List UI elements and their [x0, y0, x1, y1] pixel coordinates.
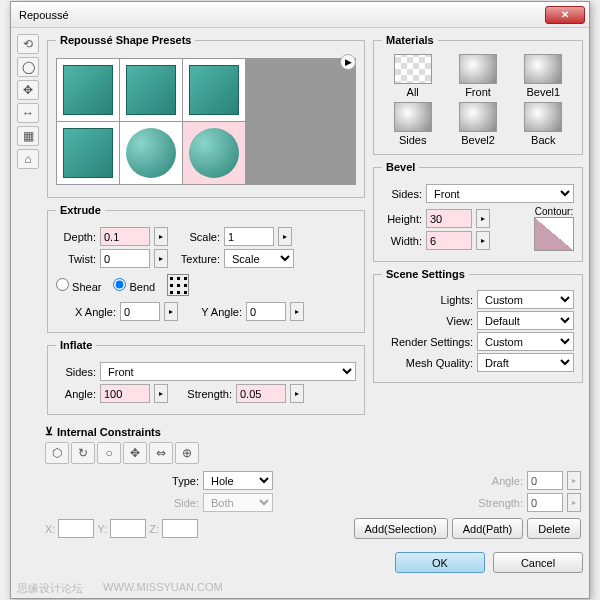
depth-label: Depth:: [56, 231, 96, 243]
presets-flyout-icon[interactable]: ▶: [340, 54, 356, 70]
ic-type-select[interactable]: Hole: [203, 471, 273, 490]
scale-tool-icon[interactable]: ▦: [17, 126, 39, 146]
presets-fieldset: Repoussé Shape Presets ▶: [47, 34, 365, 198]
inflate-legend: Inflate: [56, 339, 96, 351]
preset-item[interactable]: [120, 59, 182, 121]
ic-strength-label: Strength:: [473, 497, 523, 509]
bevel-width-stepper[interactable]: ▸: [476, 231, 490, 250]
shear-radio[interactable]: Shear: [56, 278, 101, 293]
ic-tool-1-icon[interactable]: ⬡: [45, 442, 69, 464]
contour-picker[interactable]: [534, 217, 574, 251]
ic-x-label: X:: [45, 523, 55, 535]
extrude-fieldset: Extrude Depth: ▸ Scale: ▸ Twist: ▸ Textu…: [47, 204, 365, 333]
material-bevel1[interactable]: Bevel1: [513, 54, 574, 98]
ic-z-label: Z:: [149, 523, 159, 535]
inflate-strength-label: Strength:: [172, 388, 232, 400]
ic-tool-6-icon[interactable]: ⊕: [175, 442, 199, 464]
scale-stepper[interactable]: ▸: [278, 227, 292, 246]
materials-fieldset: Materials All Front Bevel1 Sides Bevel2 …: [373, 34, 583, 155]
scale-input[interactable]: [224, 227, 274, 246]
yangle-stepper[interactable]: ▸: [290, 302, 304, 321]
preset-item-selected[interactable]: [183, 122, 245, 184]
preset-item[interactable]: [120, 122, 182, 184]
materials-legend: Materials: [382, 34, 438, 46]
ic-angle-input: [527, 471, 563, 490]
close-button[interactable]: ✕: [545, 6, 585, 24]
inflate-strength-stepper[interactable]: ▸: [290, 384, 304, 403]
bevel-width-input[interactable]: [426, 231, 472, 250]
material-sides[interactable]: Sides: [382, 102, 443, 146]
mesh-select[interactable]: Draft: [477, 353, 574, 372]
extrude-legend: Extrude: [56, 204, 105, 216]
ic-tool-5-icon[interactable]: ⇔: [149, 442, 173, 464]
xangle-label: X Angle:: [56, 306, 116, 318]
twist-input[interactable]: [100, 249, 150, 268]
bevel-sides-select[interactable]: Front: [426, 184, 574, 203]
home-tool-icon[interactable]: ⌂: [17, 149, 39, 169]
bevel-height-stepper[interactable]: ▸: [476, 209, 490, 228]
rotate-tool-icon[interactable]: ⟲: [17, 34, 39, 54]
material-all[interactable]: All: [382, 54, 443, 98]
pan-tool-icon[interactable]: ↔: [17, 103, 39, 123]
move-tool-icon[interactable]: ✥: [17, 80, 39, 100]
inflate-angle-stepper[interactable]: ▸: [154, 384, 168, 403]
ic-side-select: Both: [203, 493, 273, 512]
scene-fieldset: Scene Settings Lights:Custom View:Defaul…: [373, 268, 583, 383]
ic-angle-label: Angle:: [473, 475, 523, 487]
texture-select[interactable]: Scale: [224, 249, 294, 268]
yangle-input[interactable]: [246, 302, 286, 321]
window-title: Repoussé: [15, 9, 545, 21]
render-label: Render Settings:: [382, 336, 477, 348]
bend-radio[interactable]: Bend: [113, 278, 155, 293]
scene-legend: Scene Settings: [382, 268, 469, 280]
lights-label: Lights:: [382, 294, 477, 306]
render-select[interactable]: Custom: [477, 332, 574, 351]
watermark-right: WWW.MISSYUAN.COM: [103, 581, 223, 596]
inflate-angle-label: Angle:: [56, 388, 96, 400]
ic-tool-4-icon[interactable]: ✥: [123, 442, 147, 464]
inflate-sides-select[interactable]: Front: [100, 362, 356, 381]
xangle-input[interactable]: [120, 302, 160, 321]
watermark-left: 思缘设计论坛: [17, 581, 83, 596]
lights-select[interactable]: Custom: [477, 290, 574, 309]
ic-side-label: Side:: [165, 497, 199, 509]
ic-y-input: [110, 519, 146, 538]
presets-grid: [56, 58, 356, 185]
add-selection-button[interactable]: Add(Selection): [354, 518, 448, 539]
material-back[interactable]: Back: [513, 102, 574, 146]
yangle-label: Y Angle:: [182, 306, 242, 318]
xangle-stepper[interactable]: ▸: [164, 302, 178, 321]
titlebar: Repoussé ✕: [11, 2, 589, 28]
inflate-strength-input[interactable]: [236, 384, 286, 403]
add-path-button[interactable]: Add(Path): [452, 518, 524, 539]
depth-input[interactable]: [100, 227, 150, 246]
view-select[interactable]: Default: [477, 311, 574, 330]
twist-stepper[interactable]: ▸: [154, 249, 168, 268]
bevel-width-label: Width:: [382, 235, 422, 247]
ic-angle-stepper: ▸: [567, 471, 581, 490]
depth-stepper[interactable]: ▸: [154, 227, 168, 246]
tool-column: ⟲ ◯ ✥ ↔ ▦ ⌂: [17, 34, 41, 415]
delete-button[interactable]: Delete: [527, 518, 581, 539]
inflate-angle-input[interactable]: [100, 384, 150, 403]
bevel-height-input[interactable]: [426, 209, 472, 228]
ic-tool-2-icon[interactable]: ↻: [71, 442, 95, 464]
ic-tool-3-icon[interactable]: ○: [97, 442, 121, 464]
ic-z-input: [162, 519, 198, 538]
bevel-sides-label: Sides:: [382, 188, 422, 200]
pattern-icon[interactable]: [167, 274, 189, 296]
cancel-button[interactable]: Cancel: [493, 552, 583, 573]
contour-label: Contour:: [534, 206, 574, 217]
material-bevel2[interactable]: Bevel2: [447, 102, 508, 146]
chevron-up-icon[interactable]: ⊻: [45, 425, 53, 438]
ok-button[interactable]: OK: [395, 552, 485, 573]
preset-item[interactable]: [57, 122, 119, 184]
presets-legend: Repoussé Shape Presets: [56, 34, 195, 46]
bevel-legend: Bevel: [382, 161, 419, 173]
preset-item[interactable]: [183, 59, 245, 121]
preset-item[interactable]: [57, 59, 119, 121]
material-front[interactable]: Front: [447, 54, 508, 98]
orbit-tool-icon[interactable]: ◯: [17, 57, 39, 77]
inflate-fieldset: Inflate Sides: Front Angle: ▸ Strength: …: [47, 339, 365, 415]
texture-label: Texture:: [180, 253, 220, 265]
